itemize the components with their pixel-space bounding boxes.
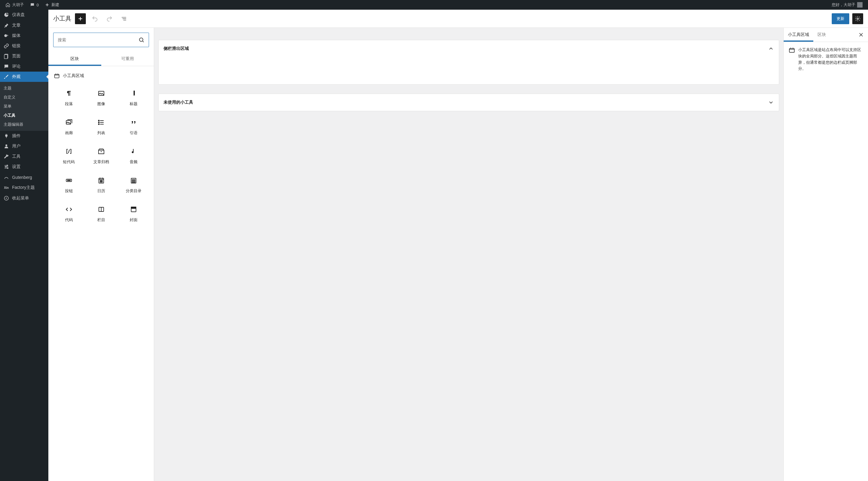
block-heading[interactable]: 标题 (118, 84, 149, 112)
update-button[interactable]: 更新 (832, 13, 849, 24)
block-gallery[interactable]: 画廊 (53, 113, 84, 141)
close-settings-button[interactable] (854, 32, 868, 37)
svg-point-26 (132, 180, 133, 180)
gallery-icon (65, 119, 72, 126)
block-button[interactable]: 按钮 (53, 171, 84, 199)
inserter-content[interactable]: 小工具区域 段落 图像 标题 (49, 66, 154, 481)
svg-point-4 (7, 165, 8, 166)
submenu-themes[interactable]: 主题 (0, 84, 49, 93)
sidebar-item-label: 文章 (12, 23, 21, 28)
submenu-theme-editor[interactable]: 主题编辑器 (0, 120, 49, 129)
submenu-customize[interactable]: 自定义 (0, 93, 49, 102)
editor-header: 小工具 更新 (49, 10, 868, 28)
svg-point-5 (5, 166, 6, 167)
editor-header-left: 小工具 (53, 13, 129, 24)
avatar (857, 2, 863, 7)
add-block-button[interactable] (75, 13, 86, 24)
settings-panel: 小工具区域 区块 小工具区域是站点布局中可以支持区块的全局部分。这些区域因主题而… (783, 28, 868, 481)
comments-link[interactable]: 0 (27, 0, 42, 10)
tab-blocks[interactable]: 区块 (49, 52, 101, 66)
widget-area-title: 侧栏滑出区域 (163, 46, 189, 51)
sidebar-item-users[interactable]: 用户 (0, 141, 49, 151)
admin-bar: 大胡子 0 新建 您好，大胡子 (0, 0, 868, 10)
block-calendar[interactable]: 日历 (86, 171, 117, 199)
sidebar-item-label: 外观 (12, 74, 21, 79)
block-code[interactable]: 代码 (53, 200, 84, 228)
settings-toggle-button[interactable] (852, 13, 863, 24)
sidebar-item-label: 设置 (12, 164, 21, 169)
block-archives[interactable]: 文章归档 (86, 142, 117, 170)
svg-point-32 (132, 182, 133, 183)
widget-area-body[interactable] (159, 57, 779, 84)
pin-icon (4, 23, 9, 28)
sidebar-item-label: 插件 (12, 133, 21, 139)
svg-point-21 (102, 181, 102, 181)
code-icon (65, 206, 72, 213)
sidebar-item-gutenberg[interactable]: Gutenberg (0, 172, 49, 183)
settings-tabs: 小工具区域 区块 (784, 28, 868, 42)
sidebar-item-tools[interactable]: 工具 (0, 151, 49, 162)
block-categories[interactable]: 分类目录 (118, 171, 149, 199)
user-greeting[interactable]: 您好，大胡子 (829, 0, 866, 10)
sidebar-item-collapse[interactable]: 收起菜单 (0, 193, 49, 203)
canvas[interactable]: 侧栏滑出区域 未使用的小工具 (154, 28, 783, 481)
sidebar-item-pages[interactable]: 页面 (0, 51, 49, 61)
sidebar-item-media[interactable]: 媒体 (0, 31, 49, 41)
redo-button[interactable] (104, 13, 115, 24)
widget-area-icon (788, 47, 795, 54)
svg-point-8 (857, 18, 859, 19)
tab-reusable[interactable]: 可重用 (101, 52, 154, 66)
svg-point-19 (100, 181, 101, 181)
sidebar-item-label: 工具 (12, 154, 21, 159)
image-icon (98, 90, 105, 97)
heading-icon (130, 90, 137, 97)
sidebar-item-comments[interactable]: 评论 (0, 61, 49, 72)
block-cover[interactable]: 封面 (118, 200, 149, 228)
inserter-search-wrap (49, 28, 154, 52)
block-paragraph[interactable]: 段落 (53, 84, 84, 112)
sidebar-item-label: Gutenberg (12, 175, 32, 180)
new-link[interactable]: 新建 (42, 0, 62, 10)
page-icon (4, 54, 9, 59)
sidebar-item-appearance[interactable]: 外观 (0, 72, 49, 82)
categories-icon (130, 177, 137, 184)
block-audio[interactable]: 音频 (118, 142, 149, 170)
wrench-icon (4, 154, 9, 159)
main-wrap: 仪表盘 文章 媒体 链接 页面 评论 外观 主题 自定义 (0, 10, 868, 481)
svg-point-15 (98, 124, 99, 125)
block-image[interactable]: 图像 (86, 84, 117, 112)
sidebar-item-links[interactable]: 链接 (0, 41, 49, 51)
sidebar-item-label: Factory主题 (12, 185, 35, 190)
audio-icon (130, 148, 137, 155)
widget-area-slideout: 侧栏滑出区域 (158, 40, 779, 85)
sidebar-item-posts[interactable]: 文章 (0, 20, 49, 31)
block-quote[interactable]: 引语 (118, 113, 149, 141)
sidebar-item-factory[interactable]: Xin Factory主题 (0, 183, 49, 193)
svg-rect-2 (4, 55, 7, 59)
list-view-button[interactable] (119, 13, 129, 24)
chevron-up-icon (768, 45, 774, 52)
submenu-widgets[interactable]: 小工具 (0, 111, 49, 120)
widget-area-header[interactable]: 未使用的小工具 (159, 94, 779, 111)
tab-widget-area[interactable]: 小工具区域 (784, 28, 813, 42)
comments-count: 0 (37, 3, 39, 7)
inserter-search[interactable] (53, 33, 149, 47)
block-shortcode[interactable]: 短代码 (53, 142, 84, 170)
svg-rect-11 (98, 91, 104, 95)
block-columns[interactable]: 栏目 (86, 200, 117, 228)
submenu-menus[interactable]: 菜单 (0, 102, 49, 111)
widget-area-header[interactable]: 侧栏滑出区域 (159, 40, 779, 57)
widget-area-title: 未使用的小工具 (163, 100, 193, 105)
sidebar-item-plugins[interactable]: 插件 (0, 131, 49, 141)
search-input[interactable] (58, 37, 138, 42)
undo-button[interactable] (89, 13, 100, 24)
tab-block[interactable]: 区块 (813, 28, 830, 42)
site-name: 大胡子 (12, 2, 24, 7)
site-home-link[interactable]: 大胡子 (2, 0, 27, 10)
sidebar-item-settings[interactable]: 设置 (0, 162, 49, 172)
block-list[interactable]: 列表 (86, 113, 117, 141)
user-icon (4, 143, 9, 149)
editor-body: 区块 可重用 小工具区域 段落 (49, 28, 868, 481)
sidebar-item-dashboard[interactable]: 仪表盘 (0, 10, 49, 20)
home-icon (5, 2, 10, 7)
